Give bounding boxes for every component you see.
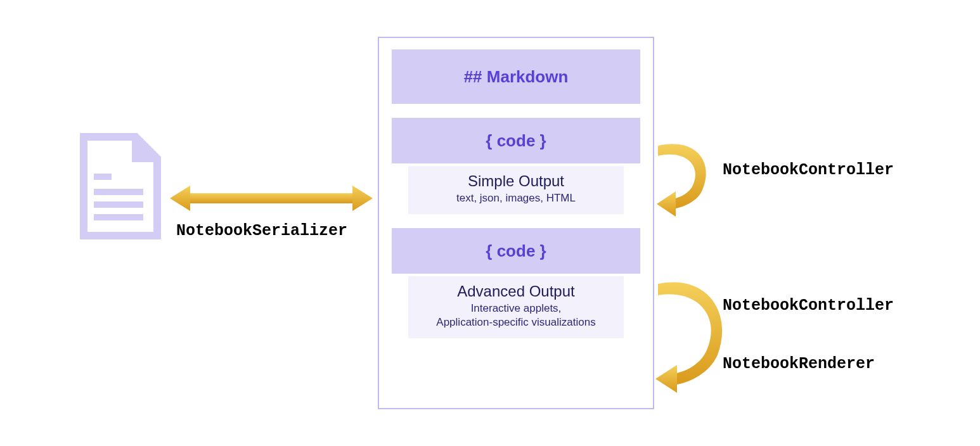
document-file-icon <box>77 132 162 241</box>
svg-marker-6 <box>352 186 373 211</box>
markdown-cell: ## Markdown <box>392 49 640 104</box>
simple-output-subtitle: text, json, images, HTML <box>416 191 616 205</box>
code-cell: { code } <box>392 228 640 274</box>
advanced-output-subtitle-line2: Application-specific visualizations <box>436 316 595 328</box>
notebook-architecture-diagram: ## Markdown { code } Simple Output text,… <box>0 0 980 446</box>
svg-rect-3 <box>94 214 143 220</box>
svg-marker-8 <box>655 365 677 393</box>
advanced-output-title: Advanced Output <box>416 283 616 300</box>
controller-label-top: NotebookController <box>723 161 894 179</box>
advanced-output-subtitle-line1: Interactive applets, <box>471 302 562 314</box>
code-cell-label: { code } <box>486 241 546 261</box>
controller-curved-arrow-icon <box>654 134 724 223</box>
code-cell: { code } <box>392 118 640 163</box>
svg-rect-2 <box>94 201 143 208</box>
markdown-cell-label: ## Markdown <box>464 67 569 87</box>
code-cell-group-simple: { code } Simple Output text, json, image… <box>392 118 640 214</box>
svg-rect-1 <box>94 189 143 195</box>
svg-marker-7 <box>657 191 676 217</box>
serializer-double-arrow-icon <box>170 182 373 214</box>
code-cell-label: { code } <box>486 131 546 151</box>
simple-output-title: Simple Output <box>416 172 616 190</box>
controller-label-bottom: NotebookController <box>723 296 894 315</box>
svg-marker-5 <box>170 186 190 211</box>
code-cell-group-advanced: { code } Advanced Output Interactive app… <box>392 228 640 338</box>
renderer-curved-arrow-icon <box>654 272 737 399</box>
svg-rect-0 <box>94 174 112 180</box>
svg-rect-4 <box>188 193 355 203</box>
serializer-label: NotebookSerializer <box>176 222 347 240</box>
advanced-output-cell: Advanced Output Interactive applets, App… <box>408 276 624 338</box>
renderer-label: NotebookRenderer <box>723 355 875 373</box>
notebook-container: ## Markdown { code } Simple Output text,… <box>378 37 654 409</box>
simple-output-cell: Simple Output text, json, images, HTML <box>408 166 624 214</box>
